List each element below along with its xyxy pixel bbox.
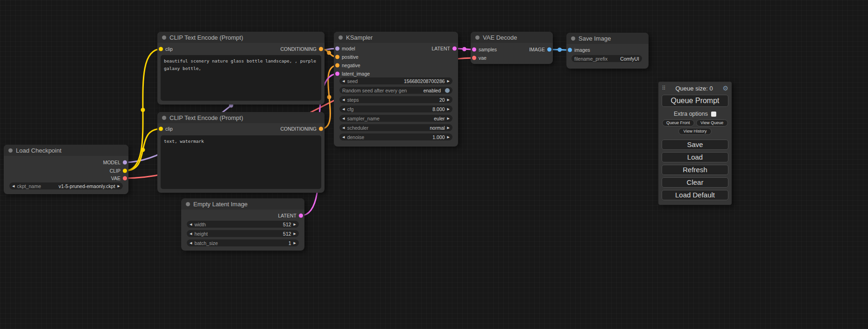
increment-arrow-icon[interactable]: ▶ [447,107,450,111]
queue-size-label: Queue size: 0 [666,85,723,92]
queue-front-button[interactable]: Queue Front [662,119,694,126]
widget-label: filename_prefix [574,56,607,62]
node-title: Load Checkpoint [16,147,62,154]
history-row: View History [658,128,732,135]
increment-arrow-icon[interactable]: ▶ [294,241,296,245]
input-dot-model[interactable] [335,47,339,51]
decrement-arrow-icon[interactable]: ◀ [342,107,345,111]
output-dot-conditioning[interactable] [319,47,323,51]
collapse-dot-icon[interactable] [162,35,166,40]
output-label-vae: VAE [111,175,120,181]
widget-scheduler[interactable]: ◀ scheduler normal ▶ [339,124,452,131]
node-title-bar[interactable]: Load Checkpoint [4,145,128,156]
widget-sampler-name[interactable]: ◀ sampler_name euler ▶ [339,115,452,122]
widget-width[interactable]: ◀ width 512 ▶ [187,221,299,228]
queue-prompt-button[interactable]: Queue Prompt [662,95,728,107]
input-dot-vae[interactable] [472,56,476,60]
node-ksampler[interactable]: KSampler model LATENT positive negative … [334,32,458,147]
node-title-bar[interactable]: CLIP Text Encode (Prompt) [157,32,325,43]
extra-options-checkbox[interactable] [711,112,716,117]
node-empty-latent-image[interactable]: Empty Latent Image LATENT ◀ width 512 ▶ … [181,198,304,251]
decrement-arrow-icon[interactable]: ◀ [190,223,192,226]
collapse-dot-icon[interactable] [8,148,13,153]
collapse-dot-icon[interactable] [186,202,190,206]
increment-arrow-icon[interactable]: ▶ [447,79,450,83]
output-dot-image[interactable] [547,48,551,52]
increment-arrow-icon[interactable]: ▶ [447,117,450,120]
clear-button[interactable]: Clear [662,177,728,188]
node-graph-canvas[interactable]: Load Checkpoint MODEL CLIP VAE ◀ ckpt_na… [0,0,868,329]
increment-arrow-icon[interactable]: ▶ [294,232,296,235]
negative-prompt-textarea[interactable]: text, watermark [161,135,321,189]
widget-seed[interactable]: ◀ seed 156680208700286 ▶ [339,77,452,84]
collapse-dot-icon[interactable] [475,35,480,40]
link-midpoint-dot [462,47,466,51]
widget-denoise[interactable]: ◀ denoise 1.000 ▶ [339,133,452,140]
decrement-arrow-icon[interactable]: ◀ [190,232,192,235]
link-midpoint-dot [327,95,332,99]
widget-ckpt-name[interactable]: ◀ ckpt_name v1-5-pruned-emaonly.ckpt ▶ [9,182,123,189]
decrement-arrow-icon[interactable]: ◀ [342,98,345,101]
node-clip-text-encode-positive[interactable]: CLIP Text Encode (Prompt) clip CONDITION… [157,32,325,105]
output-dot-conditioning[interactable] [319,127,323,131]
increment-arrow-icon[interactable]: ▶ [118,184,120,188]
decrement-arrow-icon[interactable]: ◀ [342,135,345,139]
collapse-dot-icon[interactable] [162,116,166,120]
view-history-button[interactable]: View History [678,128,712,135]
node-clip-text-encode-negative[interactable]: CLIP Text Encode (Prompt) clip CONDITION… [157,112,325,193]
widget-label: batch_size [194,240,218,246]
decrement-arrow-icon[interactable]: ◀ [12,184,14,188]
widget-filename-prefix[interactable]: filename_prefix ComfyUI [572,55,642,62]
node-title-bar[interactable]: CLIP Text Encode (Prompt) [157,112,325,123]
slot-row: latent_image [334,70,458,77]
input-dot-latent-image[interactable] [335,72,339,76]
increment-arrow-icon[interactable]: ▶ [447,135,450,139]
settings-gear-icon[interactable]: ⚙ [722,84,728,92]
widget-height[interactable]: ◀ height 512 ▶ [187,230,299,237]
input-dot-negative[interactable] [335,63,339,68]
view-queue-button[interactable]: View Queue [696,119,728,126]
widget-batch-size[interactable]: ◀ batch_size 1 ▶ [187,239,299,246]
input-dot-positive[interactable] [335,55,339,59]
input-dot-clip[interactable] [159,127,163,131]
decrement-arrow-icon[interactable]: ◀ [342,117,345,120]
widget-label: width [194,222,206,227]
node-title-bar[interactable]: Save Image [566,33,649,44]
output-label-conditioning: CONDITIONING [280,46,317,52]
increment-arrow-icon[interactable]: ▶ [294,223,296,226]
save-button[interactable]: Save [662,140,728,150]
widget-label: denoise [347,134,364,140]
widget-steps[interactable]: ◀ steps 20 ▶ [339,96,452,103]
output-dot-vae[interactable] [123,176,127,181]
positive-prompt-textarea[interactable]: beautiful scenery nature glass bottle la… [161,55,321,101]
input-dot-images[interactable] [568,48,572,52]
decrement-arrow-icon[interactable]: ◀ [342,126,345,129]
node-vae-decode[interactable]: VAE Decode samples IMAGE vae [471,32,553,64]
node-title-bar[interactable]: VAE Decode [471,32,553,43]
widget-cfg[interactable]: ◀ cfg 8.000 ▶ [339,105,452,112]
collapse-dot-icon[interactable] [571,36,575,41]
collapse-dot-icon[interactable] [339,35,343,40]
input-dot-samples[interactable] [472,48,476,52]
output-dot-clip[interactable] [123,169,127,173]
widget-random-seed-toggle[interactable]: Random seed after every gen enabled [339,87,452,94]
widget-value: 8.000 [432,106,445,112]
node-title-bar[interactable]: Empty Latent Image [181,198,304,210]
load-default-button[interactable]: Load Default [662,190,728,200]
output-dot-latent[interactable] [299,214,303,218]
node-load-checkpoint[interactable]: Load Checkpoint MODEL CLIP VAE ◀ ckpt_na… [4,145,128,194]
toggle-knob-icon[interactable] [445,88,450,93]
node-save-image[interactable]: Save Image images filename_prefix ComfyU… [566,33,649,69]
decrement-arrow-icon[interactable]: ◀ [342,79,345,83]
input-dot-clip[interactable] [159,47,163,51]
drag-handle-icon[interactable]: ⠿ [662,85,666,91]
increment-arrow-icon[interactable]: ▶ [447,98,450,101]
widget-value: 20 [439,97,445,103]
increment-arrow-icon[interactable]: ▶ [447,126,450,129]
output-dot-model[interactable] [123,161,127,165]
output-dot-latent[interactable] [452,47,457,51]
load-button[interactable]: Load [662,152,728,162]
node-title-bar[interactable]: KSampler [334,32,458,43]
refresh-button[interactable]: Refresh [662,165,728,175]
decrement-arrow-icon[interactable]: ◀ [190,241,192,245]
